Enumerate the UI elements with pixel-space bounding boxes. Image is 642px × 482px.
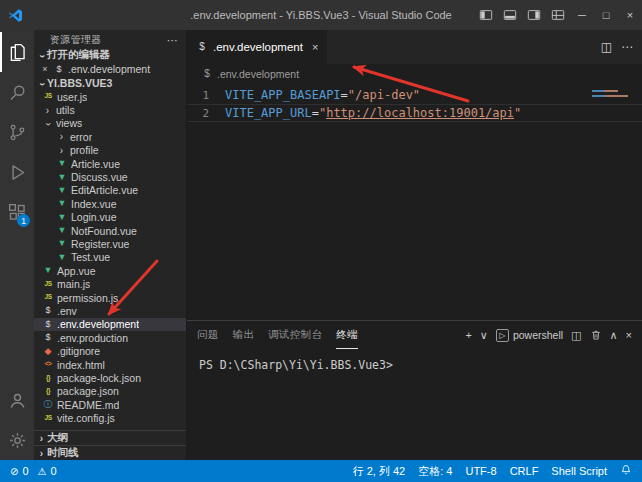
extensions-badge: 1 [17, 214, 30, 227]
chevron-right-icon: › [42, 105, 53, 116]
status-eol[interactable]: CRLF [510, 465, 539, 477]
toggle-sidebar-icon[interactable] [474, 0, 498, 30]
tree-item-user.js[interactable]: JSuser.js [34, 90, 186, 103]
breadcrumb[interactable]: $ .env.development [187, 64, 642, 84]
minimize-button[interactable]: ─ [570, 0, 594, 30]
timeline-section-header[interactable]: › 时间线 [34, 445, 186, 460]
notifications-bell-icon[interactable] [620, 464, 632, 478]
shell-file-icon: $ [42, 306, 54, 315]
tree-item-notfound.vue[interactable]: ▼NotFound.vue [34, 224, 186, 237]
terminal-dropdown-icon[interactable]: ∨ [480, 329, 488, 342]
maximize-panel-icon[interactable]: ∧ [610, 329, 618, 342]
tree-item-app.vue[interactable]: ▼App.vue [34, 264, 186, 277]
explorer-icon[interactable] [0, 32, 34, 72]
chevron-right-icon: › [36, 433, 47, 444]
close-panel-icon[interactable]: × [626, 329, 632, 341]
kill-terminal-icon[interactable] [590, 329, 602, 341]
tree-item-test.vue[interactable]: ▼Test.vue [34, 251, 186, 264]
toggle-secondary-sidebar-icon[interactable] [522, 0, 546, 30]
extensions-icon[interactable]: 1 [0, 192, 34, 232]
tree-item-label: main.js [57, 278, 90, 290]
tree-item-utils[interactable]: ›utils [34, 103, 186, 116]
breadcrumb-file[interactable]: .env.development [217, 68, 299, 80]
tree-item-readme.md[interactable]: ⓘREADME.md [34, 398, 186, 411]
tree-item-.env.production[interactable]: $.env.production [34, 331, 186, 344]
status-encoding[interactable]: UTF-8 [465, 465, 496, 477]
shell-file-icon: $ [42, 320, 54, 329]
source-control-icon[interactable] [0, 112, 34, 152]
toggle-panel-icon[interactable] [498, 0, 522, 30]
tree-item-vite.config.js[interactable]: JSvite.config.js [34, 411, 186, 424]
tree-item-index.html[interactable]: <>index.html [34, 358, 186, 371]
tree-item-register.vue[interactable]: ▼Register.vue [34, 237, 186, 250]
vue-file-icon: ▼ [56, 239, 68, 248]
tab-env-development[interactable]: $ .env.development × [187, 30, 327, 64]
tree-item-article.vue[interactable]: ▼Article.vue [34, 157, 186, 170]
terminal[interactable]: PS D:\CSharp\Yi\Yi.BBS.Vue3> [187, 349, 642, 460]
split-terminal-icon[interactable]: ◫ [571, 329, 581, 342]
settings-gear-icon[interactable] [0, 420, 34, 460]
split-editor-icon[interactable]: ◫ [601, 40, 612, 54]
code-editor[interactable]: 1 VITE_APP_BASEAPI="/api-dev" 2 VITE_APP… [187, 84, 642, 320]
tree-item-permission.js[interactable]: JSpermission.js [34, 291, 186, 304]
chevron-down-icon: › [43, 119, 54, 130]
line-number: 1 [187, 89, 225, 102]
tree-item-.gitignore[interactable]: ◆.gitignore [34, 344, 186, 357]
tree-item-.env[interactable]: $.env [34, 304, 186, 317]
tree-item-label: App.vue [57, 265, 96, 277]
status-cursor-position[interactable]: 行 2, 列 42 [353, 464, 406, 479]
panel-tab-调试控制台[interactable]: 调试控制台 [268, 321, 322, 349]
problems-status[interactable]: ⊘ 0 ⚠ 0 [10, 465, 62, 477]
bottom-panel: 问题输出调试控制台终端 + ∨ ▷ powershell ◫ ∧ × [187, 320, 642, 460]
minimap[interactable] [592, 90, 630, 100]
outline-section-header[interactable]: › 大纲 [34, 430, 186, 445]
tree-item-label: package.json [57, 385, 119, 397]
new-terminal-icon[interactable]: + [465, 329, 471, 341]
tree-item-package-lock.json[interactable]: {}package-lock.json [34, 371, 186, 384]
shell-file-icon: $ [42, 333, 54, 342]
panel-tab-终端[interactable]: 终端 [336, 321, 358, 349]
tree-item-main.js[interactable]: JSmain.js [34, 277, 186, 290]
tree-item-profile[interactable]: ›profile [34, 144, 186, 157]
file-tree: JSuser.js›utils›views›error›profile▼Arti… [34, 90, 186, 425]
close-icon[interactable]: × [40, 64, 50, 74]
title-bar: .env.development - Yi.BBS.Vue3 - Visual … [0, 0, 642, 30]
chevron-right-icon: › [56, 131, 67, 142]
url-link[interactable]: http://localhost:19001/api [326, 106, 514, 120]
tree-item-login.vue[interactable]: ▼Login.vue [34, 211, 186, 224]
customize-layout-icon[interactable] [546, 0, 570, 30]
tree-item-editarticle.vue[interactable]: ▼EditArticle.vue [34, 184, 186, 197]
panel-tab-bar: 问题输出调试控制台终端 + ∨ ▷ powershell ◫ ∧ × [187, 321, 642, 349]
search-icon[interactable] [0, 72, 34, 112]
tree-item-discuss.vue[interactable]: ▼Discuss.vue [34, 170, 186, 183]
open-editors-header[interactable]: › 打开的编辑器 [34, 48, 186, 62]
tree-item-label: vite.config.js [57, 412, 115, 424]
chevron-down-icon: › [37, 78, 48, 89]
tree-item-label: Register.vue [71, 238, 129, 250]
vscode-window: .env.development - Yi.BBS.Vue3 - Visual … [0, 0, 642, 482]
shell-file-icon: $ [201, 69, 213, 79]
sidebar-more-actions-icon[interactable]: ⋯ [167, 34, 178, 47]
status-indentation[interactable]: 空格: 4 [418, 464, 452, 479]
panel-tab-输出[interactable]: 输出 [233, 321, 255, 349]
account-icon[interactable] [0, 380, 34, 420]
maximize-button[interactable]: □ [594, 0, 618, 30]
run-debug-icon[interactable] [0, 152, 34, 192]
tree-item-label: .env [57, 305, 77, 317]
vue-file-icon: ▼ [56, 173, 68, 182]
project-root-header[interactable]: › YI.BBS.VUE3 [34, 76, 186, 90]
tree-item-error[interactable]: ›error [34, 130, 186, 143]
terminal-profile[interactable]: ▷ powershell [496, 329, 563, 342]
open-editor-item[interactable]: × $ .env.development [34, 62, 186, 76]
tree-item-views[interactable]: ›views [34, 117, 186, 130]
status-language-mode[interactable]: Shell Script [551, 465, 607, 477]
tree-item-index.vue[interactable]: ▼Index.vue [34, 197, 186, 210]
js-file-icon: JS [42, 294, 54, 301]
close-window-button[interactable]: × [618, 0, 642, 30]
tree-item-package.json[interactable]: {}package.json [34, 385, 186, 398]
tab-close-icon[interactable]: × [312, 41, 318, 53]
editor-more-actions-icon[interactable]: ⋯ [621, 40, 633, 54]
js-file-icon: JS [42, 93, 54, 100]
panel-tab-问题[interactable]: 问题 [197, 321, 219, 349]
tree-item-.env.development[interactable]: $.env.development [34, 318, 186, 331]
